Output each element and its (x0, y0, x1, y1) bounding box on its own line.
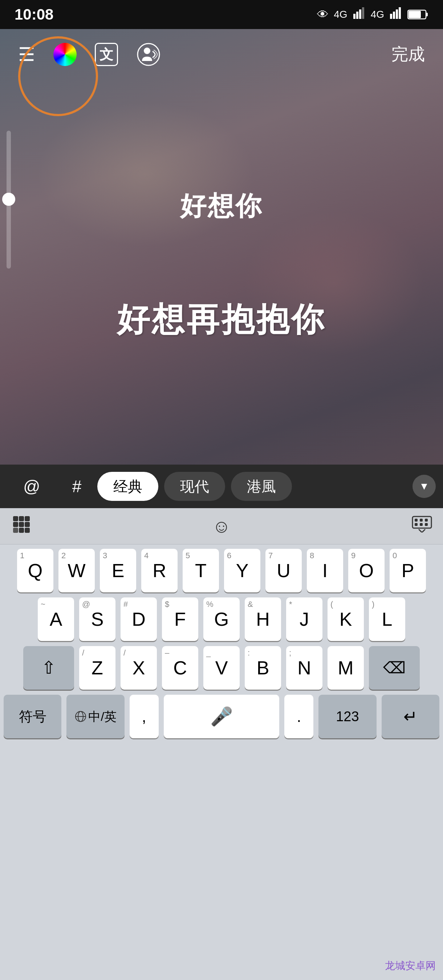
key-f[interactable]: $F (162, 597, 198, 641)
svg-rect-16 (19, 528, 24, 533)
eye-icon: 👁 (317, 8, 328, 21)
toolbar-left: ☰ 文 (18, 42, 161, 67)
key-r[interactable]: 4R (141, 549, 178, 592)
key-b[interactable]: :B (245, 646, 281, 690)
key-i[interactable]: 8I (307, 549, 343, 592)
key-period[interactable]: . (284, 695, 313, 738)
tab-modern[interactable]: 现代 (164, 472, 225, 501)
tab-at[interactable]: @ (7, 472, 56, 501)
done-button[interactable]: 完成 (392, 43, 425, 66)
key-m[interactable]: M (328, 646, 364, 690)
tab-classic[interactable]: 经典 (97, 472, 158, 501)
subtitle-text: 好想再抱抱你 (0, 298, 443, 342)
signal-bars-2 (389, 6, 402, 22)
main-text: 好想你 (0, 189, 443, 224)
key-d[interactable]: #D (121, 597, 157, 641)
key-123[interactable]: 123 (319, 695, 376, 738)
key-k[interactable]: (K (328, 597, 364, 641)
keyboard-topbar: ☺ (0, 508, 443, 544)
svg-rect-10 (408, 11, 421, 18)
svg-rect-5 (393, 12, 395, 19)
svg-rect-9 (426, 13, 428, 16)
key-rows: 1Q 2W 3E 4R 5T 6Y 7U 8I 9O 0P ~A @S #D $… (0, 544, 443, 738)
svg-rect-23 (415, 519, 418, 522)
svg-rect-19 (25, 528, 30, 533)
battery-icon (407, 9, 429, 20)
signal-4g-2: 4G (371, 9, 384, 20)
tab-hash[interactable]: # (56, 472, 98, 501)
key-l[interactable]: )L (369, 597, 405, 641)
keyboard-area: ☺ 1Q 2W 3E 4R 5T 6Y 7U 8I 9O (0, 508, 443, 980)
key-lang-switch[interactable]: 中/英 (67, 695, 124, 738)
svg-point-12 (144, 48, 150, 54)
key-v[interactable]: _V (203, 646, 240, 690)
svg-rect-0 (353, 14, 355, 19)
key-u[interactable]: 7U (265, 549, 302, 592)
svg-rect-13 (13, 528, 18, 533)
svg-rect-21 (25, 516, 30, 521)
key-comma[interactable]: , (130, 695, 159, 738)
globe-icon[interactable] (11, 514, 31, 539)
status-icons: 👁 4G 4G (317, 6, 429, 22)
key-a[interactable]: ~A (38, 597, 74, 641)
toolbar: ☰ 文 完成 (0, 29, 443, 80)
key-row-4: 符号 中/英 , 🎤 . 123 ↵ (4, 695, 439, 738)
key-o[interactable]: 9O (348, 549, 384, 592)
signal-bars-1 (352, 6, 366, 22)
watermark: 龙城安卓网 (385, 959, 436, 973)
key-z[interactable]: /Z (79, 646, 115, 690)
key-symbols[interactable]: 符号 (4, 695, 61, 738)
svg-rect-17 (19, 522, 24, 527)
svg-rect-14 (13, 522, 18, 527)
svg-rect-2 (359, 10, 361, 19)
svg-rect-26 (415, 523, 418, 526)
key-return[interactable]: ↵ (382, 695, 439, 738)
svg-rect-22 (413, 517, 431, 528)
svg-rect-28 (425, 523, 428, 526)
svg-rect-15 (13, 516, 18, 521)
scroll-down-button[interactable]: ▼ (413, 475, 436, 498)
status-bar: 10:08 👁 4G 4G (0, 0, 443, 29)
svg-rect-4 (390, 14, 392, 19)
key-y[interactable]: 6Y (224, 549, 260, 592)
svg-rect-3 (362, 7, 364, 19)
key-x[interactable]: /X (121, 646, 157, 690)
voice-button[interactable] (136, 42, 161, 67)
emoji-icon[interactable]: ☺ (212, 516, 231, 537)
svg-rect-18 (19, 516, 24, 521)
key-row-3: ⇧ /Z /X –C _V :B ;N M ⌫ (4, 646, 439, 690)
svg-rect-25 (425, 519, 428, 522)
svg-rect-27 (420, 523, 423, 526)
svg-rect-24 (420, 519, 423, 522)
key-e[interactable]: 3E (100, 549, 136, 592)
key-p[interactable]: 0P (390, 549, 426, 592)
key-q[interactable]: 1Q (17, 549, 53, 592)
key-j[interactable]: *J (286, 597, 322, 641)
key-n[interactable]: ;N (286, 646, 322, 690)
svg-rect-1 (356, 12, 359, 19)
key-row-2: ~A @S #D $F %G &H *J (K )L (4, 597, 439, 641)
status-time: 10:08 (14, 6, 53, 23)
hide-keyboard-icon[interactable] (412, 516, 432, 536)
key-c[interactable]: –C (162, 646, 198, 690)
color-picker[interactable] (53, 43, 76, 66)
key-space-mic[interactable]: 🎤 (164, 695, 280, 738)
key-backspace[interactable]: ⌫ (369, 646, 420, 690)
key-h[interactable]: &H (245, 597, 281, 641)
signal-4g-1: 4G (334, 9, 347, 20)
key-shift[interactable]: ⇧ (23, 646, 74, 690)
key-s[interactable]: @S (79, 597, 115, 641)
editor-area: ☰ 文 完成 (0, 29, 443, 494)
svg-rect-7 (399, 7, 401, 19)
keyboard-bottom (0, 743, 443, 765)
font-tabs-area: @ # 经典 现代 港風 ▼ (0, 465, 443, 508)
menu-icon[interactable]: ☰ (18, 43, 35, 65)
svg-rect-20 (25, 522, 30, 527)
svg-point-11 (138, 43, 159, 65)
key-w[interactable]: 2W (59, 549, 95, 592)
key-g[interactable]: %G (203, 597, 240, 641)
key-t[interactable]: 5T (183, 549, 219, 592)
tab-hongkong[interactable]: 港風 (231, 472, 292, 501)
svg-rect-6 (396, 10, 398, 19)
text-style-button[interactable]: 文 (95, 43, 118, 66)
